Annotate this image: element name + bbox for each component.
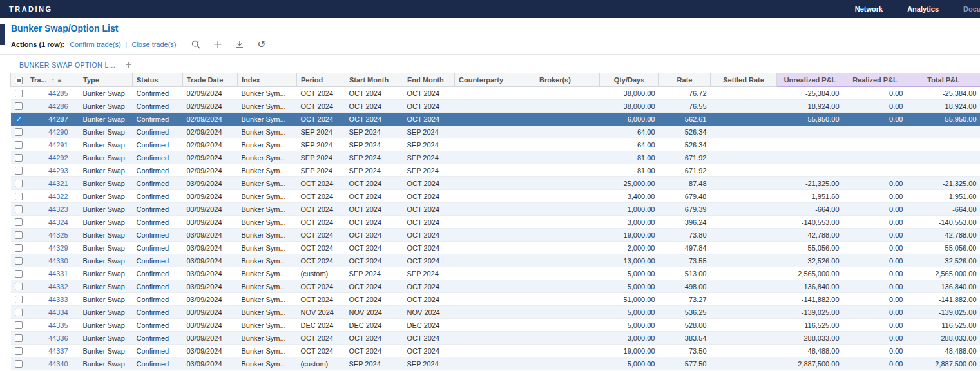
- row-checkbox[interactable]: [15, 102, 23, 110]
- collapsed-menu-handle[interactable]: [0, 24, 5, 45]
- refresh-undo-icon[interactable]: ↺: [256, 39, 267, 50]
- nav-item-analytics[interactable]: Analytics: [907, 5, 939, 13]
- row-checkbox[interactable]: [15, 128, 23, 136]
- row-checkbox[interactable]: [15, 218, 23, 226]
- column-header-type[interactable]: Type: [79, 73, 133, 87]
- column-header-unrealized-pl[interactable]: Unrealized P&L: [777, 73, 843, 87]
- row-checkbox[interactable]: [15, 244, 23, 252]
- trade-id-link[interactable]: 44285: [26, 87, 79, 100]
- table-row[interactable]: 44321Bunker SwapConfirmed03/09/2024Bunke…: [11, 177, 980, 190]
- trade-id-link[interactable]: 44331: [26, 267, 79, 280]
- close-trades-button[interactable]: Close trade(s): [131, 41, 176, 48]
- trade-id-link[interactable]: 44335: [26, 319, 79, 332]
- table-row[interactable]: 44323Bunker SwapConfirmed03/09/2024Bunke…: [11, 203, 980, 216]
- table-row[interactable]: 44293Bunker SwapConfirmed02/09/2024Bunke…: [11, 164, 980, 177]
- column-header-rate[interactable]: Rate: [659, 73, 711, 87]
- table-row[interactable]: 44337Bunker SwapConfirmed03/09/2024Bunke…: [11, 345, 980, 357]
- column-header-realized-pl[interactable]: Realized P&L: [843, 73, 907, 87]
- row-checkbox[interactable]: [15, 180, 23, 187]
- row-checkbox-cell[interactable]: [11, 345, 26, 357]
- table-row[interactable]: 44336Bunker SwapConfirmed03/09/2024Bunke…: [11, 332, 980, 345]
- column-header-period[interactable]: Period: [297, 73, 345, 87]
- column-header-counterparty[interactable]: Counterparty: [455, 73, 535, 87]
- grid-tab-bunker-swap-option-list[interactable]: BUNKER SWAP OPTION L...: [19, 61, 115, 69]
- row-checkbox[interactable]: [15, 347, 23, 355]
- select-all-checkbox-cell[interactable]: [11, 73, 26, 87]
- table-row[interactable]: 44335Bunker SwapConfirmed03/09/2024Bunke…: [11, 319, 980, 332]
- add-view-icon[interactable]: [124, 61, 133, 69]
- trade-id-link[interactable]: 44333: [26, 293, 79, 306]
- trade-id-link[interactable]: 44336: [26, 332, 79, 345]
- export-download-icon[interactable]: [235, 39, 245, 50]
- row-checkbox-cell[interactable]: [11, 280, 26, 293]
- trade-id-link[interactable]: 44332: [26, 280, 79, 293]
- column-header-trade-date[interactable]: Trade Date: [183, 73, 238, 87]
- trade-id-link[interactable]: 44286: [26, 100, 79, 113]
- table-row[interactable]: 44333Bunker SwapConfirmed03/09/2024Bunke…: [11, 293, 980, 306]
- table-row[interactable]: 44340Bunker SwapConfirmed03/09/2024Bunke…: [11, 357, 980, 370]
- row-checkbox-cell[interactable]: [11, 177, 26, 190]
- row-checkbox[interactable]: [15, 270, 23, 278]
- sort-ascending-icon[interactable]: ↑: [52, 77, 55, 84]
- row-checkbox[interactable]: [15, 90, 23, 97]
- select-all-checkbox[interactable]: [15, 77, 23, 84]
- row-checkbox[interactable]: [15, 309, 23, 316]
- column-menu-icon[interactable]: ≡: [58, 77, 62, 84]
- nav-item-documents[interactable]: Documents: [963, 5, 980, 13]
- row-checkbox[interactable]: [15, 334, 23, 342]
- table-row[interactable]: 44286Bunker SwapConfirmed02/09/2024Bunke…: [11, 100, 980, 113]
- table-row[interactable]: 44334Bunker SwapConfirmed03/09/2024Bunke…: [11, 306, 980, 319]
- search-icon[interactable]: [191, 39, 202, 50]
- trade-id-link[interactable]: 44325: [26, 229, 79, 242]
- row-checkbox[interactable]: [15, 321, 23, 329]
- column-header-start-month[interactable]: Start Month: [345, 73, 403, 87]
- table-row[interactable]: 44322Bunker SwapConfirmed03/09/2024Bunke…: [11, 190, 980, 203]
- row-checkbox-cell[interactable]: [11, 319, 26, 332]
- row-checkbox[interactable]: [15, 167, 23, 175]
- trade-id-link[interactable]: 44293: [26, 164, 79, 177]
- column-header-qty-days[interactable]: Qty/Days: [600, 73, 659, 87]
- row-checkbox-cell[interactable]: [11, 254, 26, 267]
- row-checkbox-cell[interactable]: [11, 332, 26, 345]
- row-checkbox-cell[interactable]: [11, 100, 26, 113]
- row-checkbox-cell[interactable]: [11, 267, 26, 280]
- column-header-end-month[interactable]: End Month: [403, 73, 455, 87]
- confirm-trades-button[interactable]: Confirm trade(s): [70, 41, 120, 48]
- row-checkbox[interactable]: [15, 283, 23, 290]
- trade-id-link[interactable]: 44321: [26, 177, 79, 190]
- table-row[interactable]: 44290Bunker SwapConfirmed02/09/2024Bunke…: [11, 126, 980, 138]
- row-checkbox-cell[interactable]: [11, 164, 26, 177]
- trade-id-link[interactable]: 44340: [26, 357, 79, 370]
- table-row[interactable]: 44329Bunker SwapConfirmed03/09/2024Bunke…: [11, 242, 980, 254]
- table-row[interactable]: 44330Bunker SwapConfirmed03/09/2024Bunke…: [11, 254, 980, 267]
- table-row[interactable]: 44287Bunker SwapConfirmed02/09/2024Bunke…: [11, 113, 980, 126]
- trade-id-link[interactable]: 44287: [26, 113, 79, 126]
- row-checkbox-cell[interactable]: [11, 357, 26, 370]
- table-row[interactable]: 44292Bunker SwapConfirmed02/09/2024Bunke…: [11, 151, 980, 164]
- row-checkbox[interactable]: [15, 205, 23, 213]
- nav-item-network[interactable]: Network: [855, 5, 883, 13]
- table-row[interactable]: 44285Bunker SwapConfirmed02/09/2024Bunke…: [11, 87, 980, 100]
- trade-id-link[interactable]: 44292: [26, 151, 79, 164]
- row-checkbox[interactable]: [15, 154, 23, 162]
- trade-id-link[interactable]: 44291: [26, 138, 79, 151]
- row-checkbox[interactable]: [15, 296, 23, 303]
- row-checkbox[interactable]: [15, 141, 23, 149]
- trade-id-link[interactable]: 44290: [26, 126, 79, 138]
- row-checkbox[interactable]: [15, 193, 23, 200]
- row-checkbox-cell[interactable]: [11, 126, 26, 138]
- row-checkbox-cell[interactable]: [11, 216, 26, 229]
- row-checkbox-cell[interactable]: [11, 242, 26, 254]
- column-header-status[interactable]: Status: [133, 73, 183, 87]
- row-checkbox-cell[interactable]: [11, 203, 26, 216]
- column-header-index[interactable]: Index: [238, 73, 297, 87]
- trade-id-link[interactable]: 44337: [26, 345, 79, 357]
- trade-id-link[interactable]: 44322: [26, 190, 79, 203]
- row-checkbox-cell[interactable]: [11, 293, 26, 306]
- trade-id-link[interactable]: 44323: [26, 203, 79, 216]
- row-checkbox-cell[interactable]: [11, 138, 26, 151]
- table-row[interactable]: 44331Bunker SwapConfirmed03/09/2024Bunke…: [11, 267, 980, 280]
- row-checkbox[interactable]: [15, 115, 23, 123]
- column-header-brokers[interactable]: Broker(s): [535, 73, 600, 87]
- trade-id-link[interactable]: 44330: [26, 254, 79, 267]
